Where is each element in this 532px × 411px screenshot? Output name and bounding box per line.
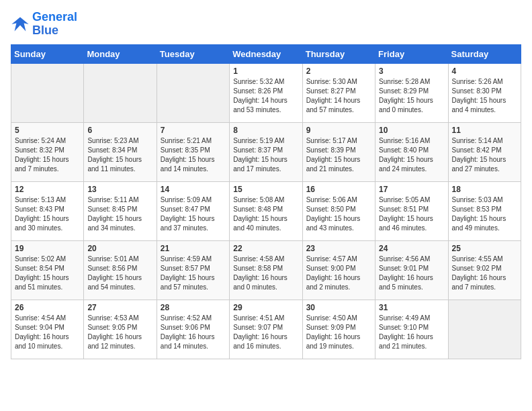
calendar-cell: 17Sunrise: 5:05 AM Sunset: 8:51 PM Dayli… <box>375 181 448 240</box>
calendar-cell: 3Sunrise: 5:28 AM Sunset: 8:29 PM Daylig… <box>375 63 448 122</box>
calendar-cell: 10Sunrise: 5:16 AM Sunset: 8:40 PM Dayli… <box>375 122 448 181</box>
day-number: 3 <box>379 66 444 76</box>
calendar-cell: 18Sunrise: 5:03 AM Sunset: 8:53 PM Dayli… <box>448 181 521 240</box>
calendar-cell: 26Sunrise: 4:54 AM Sunset: 9:04 PM Dayli… <box>11 300 84 359</box>
day-info: Sunrise: 5:08 AM Sunset: 8:48 PM Dayligh… <box>233 195 298 233</box>
day-number: 14 <box>161 185 226 194</box>
day-info: Sunrise: 4:51 AM Sunset: 9:07 PM Dayligh… <box>233 314 298 351</box>
day-number: 31 <box>379 303 444 312</box>
day-number: 8 <box>233 126 298 135</box>
calendar-week-row: 5Sunrise: 5:24 AM Sunset: 8:32 PM Daylig… <box>11 122 521 181</box>
day-number: 2 <box>306 66 371 76</box>
day-info: Sunrise: 5:09 AM Sunset: 8:47 PM Dayligh… <box>161 195 226 233</box>
day-info: Sunrise: 5:03 AM Sunset: 8:53 PM Dayligh… <box>452 195 517 233</box>
day-info: Sunrise: 5:01 AM Sunset: 8:56 PM Dayligh… <box>87 255 152 292</box>
calendar-cell: 8Sunrise: 5:19 AM Sunset: 8:37 PM Daylig… <box>230 122 302 181</box>
day-info: Sunrise: 5:28 AM Sunset: 8:29 PM Dayligh… <box>379 77 444 115</box>
day-number: 4 <box>452 66 517 76</box>
day-number: 28 <box>161 303 226 312</box>
day-number: 24 <box>379 244 444 253</box>
day-info: Sunrise: 5:24 AM Sunset: 8:32 PM Dayligh… <box>15 136 80 174</box>
calendar-cell: 5Sunrise: 5:24 AM Sunset: 8:32 PM Daylig… <box>11 122 84 181</box>
calendar-cell <box>157 63 229 122</box>
day-header-sunday: Sunday <box>11 44 84 63</box>
day-number: 29 <box>233 303 298 312</box>
day-number: 11 <box>452 126 517 135</box>
day-number: 13 <box>87 185 152 194</box>
day-info: Sunrise: 4:54 AM Sunset: 9:04 PM Dayligh… <box>15 314 80 351</box>
day-number: 17 <box>379 185 444 194</box>
calendar-cell: 30Sunrise: 4:50 AM Sunset: 9:09 PM Dayli… <box>302 300 375 359</box>
calendar-week-row: 1Sunrise: 5:32 AM Sunset: 8:26 PM Daylig… <box>11 63 521 122</box>
day-info: Sunrise: 5:16 AM Sunset: 8:40 PM Dayligh… <box>379 136 444 174</box>
day-number: 6 <box>87 126 152 135</box>
page-header: General Blue <box>11 11 521 38</box>
day-info: Sunrise: 4:50 AM Sunset: 9:09 PM Dayligh… <box>306 314 371 351</box>
day-info: Sunrise: 5:02 AM Sunset: 8:54 PM Dayligh… <box>15 255 80 292</box>
calendar-cell: 4Sunrise: 5:26 AM Sunset: 8:30 PM Daylig… <box>448 63 521 122</box>
day-info: Sunrise: 5:30 AM Sunset: 8:27 PM Dayligh… <box>306 77 371 115</box>
logo: General Blue <box>11 11 77 38</box>
calendar-cell <box>448 300 521 359</box>
calendar-cell: 20Sunrise: 5:01 AM Sunset: 8:56 PM Dayli… <box>84 240 157 300</box>
day-info: Sunrise: 5:19 AM Sunset: 8:37 PM Dayligh… <box>233 136 298 174</box>
calendar-cell: 11Sunrise: 5:14 AM Sunset: 8:42 PM Dayli… <box>448 122 521 181</box>
day-header-tuesday: Tuesday <box>157 44 229 63</box>
day-info: Sunrise: 5:13 AM Sunset: 8:43 PM Dayligh… <box>15 195 80 233</box>
calendar-week-row: 26Sunrise: 4:54 AM Sunset: 9:04 PM Dayli… <box>11 300 521 359</box>
day-info: Sunrise: 5:21 AM Sunset: 8:35 PM Dayligh… <box>161 136 226 174</box>
day-number: 22 <box>233 244 298 253</box>
day-header-thursday: Thursday <box>302 44 375 63</box>
calendar-cell: 6Sunrise: 5:23 AM Sunset: 8:34 PM Daylig… <box>84 122 157 181</box>
day-info: Sunrise: 4:53 AM Sunset: 9:05 PM Dayligh… <box>87 314 152 351</box>
day-info: Sunrise: 4:56 AM Sunset: 9:01 PM Dayligh… <box>379 255 444 292</box>
day-info: Sunrise: 5:26 AM Sunset: 8:30 PM Dayligh… <box>452 77 517 115</box>
day-info: Sunrise: 4:57 AM Sunset: 9:00 PM Dayligh… <box>306 255 371 292</box>
day-info: Sunrise: 5:23 AM Sunset: 8:34 PM Dayligh… <box>87 136 152 174</box>
day-number: 16 <box>306 185 371 194</box>
day-number: 12 <box>15 185 80 194</box>
calendar-cell: 29Sunrise: 4:51 AM Sunset: 9:07 PM Dayli… <box>230 300 302 359</box>
calendar-cell: 19Sunrise: 5:02 AM Sunset: 8:54 PM Dayli… <box>11 240 84 300</box>
day-number: 26 <box>15 303 80 312</box>
day-info: Sunrise: 5:05 AM Sunset: 8:51 PM Dayligh… <box>379 195 444 233</box>
calendar-cell: 22Sunrise: 4:58 AM Sunset: 8:58 PM Dayli… <box>230 240 302 300</box>
calendar-cell: 27Sunrise: 4:53 AM Sunset: 9:05 PM Dayli… <box>84 300 157 359</box>
logo-icon <box>11 15 30 34</box>
calendar-table: SundayMondayTuesdayWednesdayThursdayFrid… <box>11 44 521 359</box>
day-header-monday: Monday <box>84 44 157 63</box>
day-info: Sunrise: 4:55 AM Sunset: 9:02 PM Dayligh… <box>452 255 517 292</box>
day-info: Sunrise: 5:32 AM Sunset: 8:26 PM Dayligh… <box>233 77 298 115</box>
calendar-header-row: SundayMondayTuesdayWednesdayThursdayFrid… <box>11 44 521 63</box>
day-info: Sunrise: 5:14 AM Sunset: 8:42 PM Dayligh… <box>452 136 517 174</box>
day-info: Sunrise: 4:58 AM Sunset: 8:58 PM Dayligh… <box>233 255 298 292</box>
day-number: 9 <box>306 126 371 135</box>
day-number: 7 <box>161 126 226 135</box>
calendar-cell: 14Sunrise: 5:09 AM Sunset: 8:47 PM Dayli… <box>157 181 229 240</box>
day-info: Sunrise: 5:17 AM Sunset: 8:39 PM Dayligh… <box>306 136 371 174</box>
calendar-week-row: 12Sunrise: 5:13 AM Sunset: 8:43 PM Dayli… <box>11 181 521 240</box>
calendar-cell: 31Sunrise: 4:49 AM Sunset: 9:10 PM Dayli… <box>375 300 448 359</box>
day-number: 23 <box>306 244 371 253</box>
day-info: Sunrise: 4:52 AM Sunset: 9:06 PM Dayligh… <box>161 314 226 351</box>
svg-marker-0 <box>11 17 28 31</box>
day-number: 20 <box>87 244 152 253</box>
calendar-cell: 24Sunrise: 4:56 AM Sunset: 9:01 PM Dayli… <box>375 240 448 300</box>
calendar-cell <box>84 63 157 122</box>
day-info: Sunrise: 5:11 AM Sunset: 8:45 PM Dayligh… <box>87 195 152 233</box>
day-number: 1 <box>233 66 298 76</box>
calendar-cell: 2Sunrise: 5:30 AM Sunset: 8:27 PM Daylig… <box>302 63 375 122</box>
calendar-cell: 23Sunrise: 4:57 AM Sunset: 9:00 PM Dayli… <box>302 240 375 300</box>
calendar-cell: 16Sunrise: 5:06 AM Sunset: 8:50 PM Dayli… <box>302 181 375 240</box>
day-info: Sunrise: 4:49 AM Sunset: 9:10 PM Dayligh… <box>379 314 444 351</box>
day-info: Sunrise: 4:59 AM Sunset: 8:57 PM Dayligh… <box>161 255 226 292</box>
day-header-friday: Friday <box>375 44 448 63</box>
day-header-wednesday: Wednesday <box>230 44 302 63</box>
calendar-cell: 15Sunrise: 5:08 AM Sunset: 8:48 PM Dayli… <box>230 181 302 240</box>
day-number: 25 <box>452 244 517 253</box>
calendar-cell: 13Sunrise: 5:11 AM Sunset: 8:45 PM Dayli… <box>84 181 157 240</box>
day-info: Sunrise: 5:06 AM Sunset: 8:50 PM Dayligh… <box>306 195 371 233</box>
calendar-cell: 7Sunrise: 5:21 AM Sunset: 8:35 PM Daylig… <box>157 122 229 181</box>
day-header-saturday: Saturday <box>448 44 521 63</box>
day-number: 15 <box>233 185 298 194</box>
